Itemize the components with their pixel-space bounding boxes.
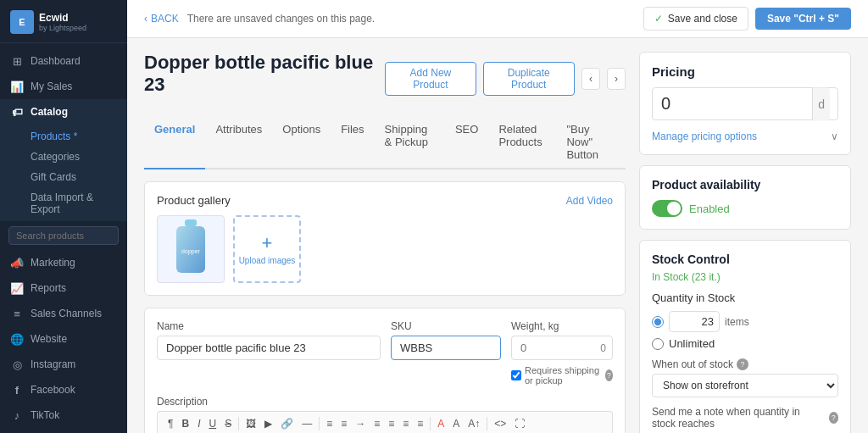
- qty-fixed-radio[interactable]: [652, 316, 664, 328]
- sidebar-item-label: My Sales: [31, 80, 72, 92]
- manage-pricing-link[interactable]: Manage pricing options ∨: [652, 127, 838, 142]
- prev-product-button[interactable]: ‹: [581, 68, 600, 90]
- sidebar-item-catalog[interactable]: 🏷 Catalog: [0, 99, 127, 125]
- weight-input[interactable]: [511, 336, 613, 360]
- toolbar-link[interactable]: 🔗: [277, 417, 297, 430]
- toolbar-sep-3: [430, 417, 431, 430]
- weight-unit: 0: [600, 342, 606, 354]
- name-field-group: Name: [157, 320, 381, 386]
- check-icon: ✓: [654, 13, 663, 25]
- toolbar-paragraph[interactable]: ¶: [164, 417, 176, 430]
- sidebar-item-mysales[interactable]: 📊 My Sales: [0, 74, 127, 99]
- product-image: dopper: [170, 219, 212, 279]
- toolbar-list-bullet[interactable]: ≡: [323, 417, 336, 430]
- sku-input[interactable]: [391, 336, 501, 360]
- toolbar-color[interactable]: A: [434, 417, 448, 430]
- name-label: Name: [157, 320, 381, 332]
- sidebar-item-tiktok[interactable]: ♪ TikTok: [0, 402, 127, 428]
- tab-related[interactable]: Related Products: [488, 116, 556, 169]
- sidebar-item-label: Facebook: [31, 384, 75, 396]
- out-of-stock-label: When out of stock ?: [652, 358, 838, 370]
- availability-card: Product availability Enabled: [639, 165, 851, 230]
- stock-title: Stock Control: [652, 253, 838, 266]
- sidebar-item-products[interactable]: Products *: [0, 126, 127, 147]
- tab-shipping[interactable]: Shipping & Pickup: [375, 116, 445, 169]
- out-of-stock-select[interactable]: Show on storefront: [652, 374, 838, 397]
- left-panel: Dopper bottle pacific blue 23 Add New Pr…: [144, 52, 626, 419]
- tab-buy-now[interactable]: "Buy Now" Button: [556, 116, 626, 169]
- toolbar-hr[interactable]: —: [298, 417, 315, 430]
- back-button[interactable]: ‹ BACK: [144, 13, 179, 25]
- toolbar-bold[interactable]: B: [178, 417, 192, 430]
- sidebar-item-marketing[interactable]: 📣 Marketing: [0, 250, 127, 275]
- description-group: Description ¶ B I U S 🖼 ▶ 🔗 — ≡: [157, 396, 613, 433]
- toolbar-align-center[interactable]: ≡: [385, 417, 398, 430]
- product-tabs: General Attributes Options Files Shippin…: [144, 116, 626, 169]
- sidebar-item-reports[interactable]: 📈 Reports: [0, 275, 127, 301]
- pricing-title: Pricing: [652, 64, 838, 79]
- toggle-knob: [667, 202, 681, 215]
- availability-toggle[interactable]: [652, 200, 682, 217]
- sidebar-item-label: Reports: [31, 282, 66, 294]
- toolbar-fullscreen[interactable]: ⛶: [511, 417, 528, 430]
- tab-seo[interactable]: SEO: [445, 116, 488, 169]
- tab-files[interactable]: Files: [331, 116, 374, 169]
- content-area: Dopper bottle pacific blue 23 Add New Pr…: [127, 38, 868, 433]
- out-of-stock-info-icon[interactable]: ?: [737, 358, 748, 370]
- sidebar-item-instagram[interactable]: ◎ Instagram: [0, 352, 127, 377]
- app-sub: by Lightspeed: [39, 24, 86, 32]
- toolbar-sep-4: [487, 417, 487, 430]
- sidebar-item-sales-channels[interactable]: ≡ Sales Channels: [0, 301, 127, 326]
- tab-attributes[interactable]: Attributes: [205, 116, 272, 169]
- gallery-row: dopper + Upload images: [157, 215, 613, 283]
- sku-label: SKU: [391, 320, 501, 332]
- shipping-info-icon[interactable]: ?: [605, 369, 613, 381]
- toolbar-align-right[interactable]: ≡: [399, 417, 412, 430]
- save-close-button[interactable]: ✓ Save and close: [643, 7, 748, 31]
- price-input[interactable]: [652, 87, 838, 120]
- sidebar-item-categories[interactable]: Categories: [0, 147, 127, 167]
- sidebar-item-data-import[interactable]: Data Import & Export: [0, 187, 127, 219]
- toolbar-underline[interactable]: U: [205, 417, 220, 430]
- sidebar-item-label: Instagram: [31, 358, 75, 370]
- marketing-icon: 📣: [10, 256, 24, 269]
- next-product-button[interactable]: ›: [607, 68, 626, 90]
- duplicate-product-button[interactable]: Duplicate Product: [483, 62, 575, 96]
- name-input[interactable]: [157, 336, 381, 360]
- toolbar-align-left[interactable]: ≡: [370, 417, 383, 430]
- toolbar-strikethrough[interactable]: S: [221, 417, 235, 430]
- product-thumbnail[interactable]: dopper: [157, 215, 225, 283]
- toolbar-italic[interactable]: I: [194, 417, 203, 430]
- toolbar-text-color[interactable]: A: [449, 417, 463, 430]
- toolbar-video[interactable]: ▶: [261, 417, 275, 430]
- website-icon: 🌐: [10, 332, 24, 346]
- sidebar-item-website[interactable]: 🌐 Website: [0, 326, 127, 352]
- toolbar-font-size[interactable]: A↑: [465, 417, 483, 430]
- toolbar-indent-out[interactable]: →: [352, 417, 369, 430]
- toolbar-list-ordered[interactable]: ≡: [337, 417, 350, 430]
- manage-pricing-label: Manage pricing options: [652, 130, 757, 142]
- qty-value-input[interactable]: [669, 311, 720, 332]
- toolbar-image[interactable]: 🖼: [242, 417, 259, 430]
- qty-unlimited-radio[interactable]: [652, 338, 664, 350]
- search-input[interactable]: [8, 226, 119, 245]
- add-video-link[interactable]: Add Video: [566, 195, 613, 207]
- sidebar-item-facebook[interactable]: f Facebook: [0, 377, 127, 402]
- stock-card: Stock Control In Stock (23 it.) Quantity…: [639, 240, 851, 433]
- upload-images-button[interactable]: + Upload images: [233, 215, 301, 283]
- tab-general[interactable]: General: [144, 116, 205, 169]
- catalog-icon: 🏷: [10, 105, 24, 119]
- sidebar-item-gift-cards[interactable]: Gift Cards: [0, 167, 127, 187]
- gallery-title: Product gallery: [157, 194, 231, 207]
- note-info-icon[interactable]: ?: [829, 412, 838, 424]
- tab-options[interactable]: Options: [272, 116, 331, 169]
- toolbar-source[interactable]: <>: [491, 417, 509, 430]
- toolbar-align-justify[interactable]: ≡: [414, 417, 426, 430]
- save-primary-button[interactable]: Save "Ctrl + S": [755, 8, 851, 30]
- shipping-note: Requires shipping or pickup ?: [511, 365, 613, 386]
- add-new-product-button[interactable]: Add New Product: [385, 62, 476, 96]
- sidebar-item-dashboard[interactable]: ⊞ Dashboard: [0, 48, 127, 74]
- sidebar-item-link-in-bio[interactable]: 🔗 Link in bio: [0, 428, 127, 433]
- topbar: ‹ BACK There are unsaved changes on this…: [127, 0, 868, 38]
- shipping-checkbox[interactable]: [511, 370, 521, 380]
